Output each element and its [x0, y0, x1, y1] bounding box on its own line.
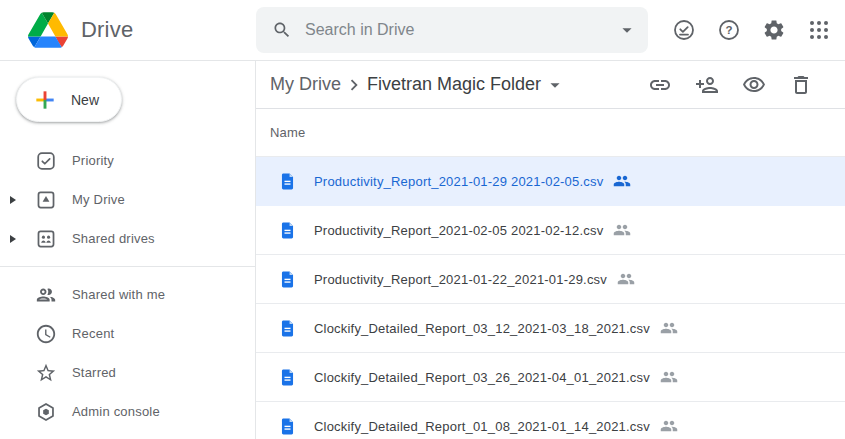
apps-grid-icon — [807, 18, 831, 42]
sidebar-item-recent[interactable]: Recent — [0, 314, 255, 353]
expand-arrow-icon[interactable] — [0, 196, 26, 204]
clock-icon — [34, 322, 58, 346]
file-icon — [278, 221, 297, 240]
get-link-button[interactable] — [648, 73, 672, 97]
main-area: New PriorityMy DriveShared drivesShared … — [0, 61, 845, 439]
svg-text:?: ? — [725, 24, 732, 36]
preview-button[interactable] — [742, 73, 766, 97]
sidebar-item-label: My Drive — [72, 192, 125, 207]
breadcrumb-root[interactable]: My Drive — [270, 74, 341, 95]
star-icon — [34, 361, 58, 385]
delete-button[interactable] — [789, 73, 813, 97]
help-button[interactable]: ? — [717, 18, 741, 42]
chevron-right-icon — [343, 74, 365, 96]
sidebar-item-shared-drives[interactable]: Shared drives — [0, 219, 255, 258]
sidebar-item-priority[interactable]: Priority — [0, 141, 255, 180]
file-icon — [278, 417, 297, 436]
search-options-caret-icon[interactable] — [616, 19, 638, 41]
share-button[interactable] — [695, 73, 719, 97]
file-name: Productivity_Report_2021-01-29 2021-02-0… — [314, 174, 603, 189]
people-icon — [34, 283, 58, 307]
person-add-icon — [695, 73, 719, 97]
sidebar-item-label: Shared with me — [72, 287, 165, 302]
shared-people-icon — [660, 417, 678, 435]
shared-people-icon — [660, 368, 678, 386]
file-name: Clockify_Detailed_Report_03_26_2021-04_0… — [314, 370, 650, 385]
file-icon — [278, 172, 297, 191]
file-row[interactable]: Clockify_Detailed_Report_03_12_2021-03_1… — [256, 304, 845, 353]
file-name: Clockify_Detailed_Report_03_12_2021-03_1… — [314, 321, 650, 336]
my-drive-icon — [34, 188, 58, 212]
file-icon — [278, 319, 297, 338]
file-row[interactable]: Productivity_Report_2021-02-05 2021-02-1… — [256, 206, 845, 255]
settings-button[interactable] — [762, 18, 786, 42]
search-icon[interactable] — [272, 20, 292, 40]
file-icon — [278, 270, 297, 289]
sidebar-item-label: Priority — [72, 153, 114, 168]
sidebar-item-my-drive[interactable]: My Drive — [0, 180, 255, 219]
file-row[interactable]: Productivity_Report_2021-01-22_2021-01-2… — [256, 255, 845, 304]
sidebar-divider — [0, 266, 255, 267]
link-icon — [648, 73, 672, 97]
admin-console-icon — [34, 400, 58, 424]
settings-icon — [762, 18, 786, 42]
content-area: My Drive Fivetran Magic Folder Name Prod… — [256, 61, 845, 439]
google-drive-window: Drive ? New PriorityMy DriveShared drive… — [0, 0, 845, 439]
app-title: Drive — [81, 17, 133, 43]
drive-logo-icon — [28, 12, 68, 48]
sidebar-item-label: Recent — [72, 326, 114, 341]
search-input[interactable] — [305, 21, 603, 39]
folder-menu-caret-icon[interactable] — [544, 74, 566, 96]
sidebar-item-shared-with-me[interactable]: Shared with me — [0, 275, 255, 314]
sidebar-item-label: Admin console — [72, 404, 160, 419]
priority-icon — [34, 149, 58, 173]
file-list-body: Productivity_Report_2021-01-29 2021-02-0… — [256, 157, 845, 439]
file-row[interactable]: Clockify_Detailed_Report_03_26_2021-04_0… — [256, 353, 845, 402]
file-toolbar — [648, 73, 813, 97]
breadcrumb-current-folder[interactable]: Fivetran Magic Folder — [367, 74, 541, 95]
expand-arrow-icon[interactable] — [0, 235, 26, 243]
sidebar-nav: PriorityMy DriveShared drivesShared with… — [0, 141, 255, 431]
apps-grid-button[interactable] — [807, 18, 831, 42]
topbar: Drive ? — [0, 0, 845, 61]
drive-logo-area[interactable]: Drive — [0, 12, 256, 48]
sidebar-item-starred[interactable]: Starred — [0, 353, 255, 392]
plus-icon — [32, 87, 58, 113]
file-name: Productivity_Report_2021-01-22_2021-01-2… — [314, 272, 607, 287]
shared-people-icon — [613, 221, 631, 239]
sidebar-item-admin-console[interactable]: Admin console — [0, 392, 255, 431]
offline-status-button[interactable] — [672, 18, 696, 42]
sidebar-item-label: Shared drives — [72, 231, 155, 246]
offline-check-icon — [672, 18, 696, 42]
breadcrumb: My Drive Fivetran Magic Folder — [256, 61, 845, 109]
file-row[interactable]: Clockify_Detailed_Report_01_08_2021-01_1… — [256, 402, 845, 439]
sidebar: New PriorityMy DriveShared drivesShared … — [0, 61, 256, 439]
shared-drives-icon — [34, 227, 58, 251]
shared-people-icon — [660, 319, 678, 337]
trash-icon — [789, 73, 813, 97]
name-column-header[interactable]: Name — [270, 125, 305, 140]
list-header[interactable]: Name — [256, 109, 845, 157]
search-bar[interactable] — [256, 7, 648, 53]
eye-icon — [742, 73, 766, 97]
shared-people-icon — [617, 270, 635, 288]
shared-people-icon — [613, 172, 631, 190]
new-button[interactable]: New — [16, 77, 122, 122]
file-icon — [278, 368, 297, 387]
file-name: Productivity_Report_2021-02-05 2021-02-1… — [314, 223, 603, 238]
file-name: Clockify_Detailed_Report_01_08_2021-01_1… — [314, 419, 650, 434]
topbar-actions: ? — [672, 18, 845, 42]
sidebar-item-label: Starred — [72, 365, 116, 380]
help-icon: ? — [717, 18, 741, 42]
new-button-label: New — [71, 92, 99, 108]
file-row[interactable]: Productivity_Report_2021-01-29 2021-02-0… — [256, 157, 845, 206]
